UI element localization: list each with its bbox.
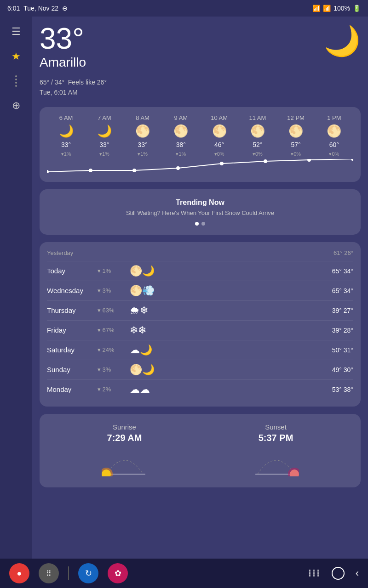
- sidebar-dots: [15, 75, 17, 87]
- hour-temp: 33°: [99, 141, 109, 148]
- hour-temp: 57°: [291, 141, 301, 148]
- forecast-icons: 🌕🌙: [130, 364, 321, 376]
- hour-icon: 🌙: [59, 124, 74, 138]
- hour-icon: 🌕: [327, 124, 341, 138]
- sunset-label: Sunset: [253, 423, 299, 431]
- forecast-day-name: Sunday: [47, 366, 98, 373]
- hour-precip: ▾0%: [214, 151, 224, 157]
- status-right: 📶 📶 100% 🔋: [312, 5, 361, 12]
- status-left: 6:01 Tue, Nov 22 ⊖: [7, 5, 68, 12]
- forecast-row: Today ▾ 1% 🌕🌙 65° 34°: [47, 261, 353, 281]
- sunrise-label: Sunrise: [102, 423, 148, 431]
- current-temperature: 33°: [40, 24, 86, 53]
- hour-precip: ▾1%: [138, 151, 148, 157]
- forecast-temps: 39° 27°: [321, 307, 353, 314]
- forecast-temps: 65° 34°: [321, 287, 353, 294]
- recent-apps-button[interactable]: ⁞⁞⁞: [308, 567, 321, 579]
- forecast-precip: ▾ 3%: [98, 366, 130, 373]
- hour-icon: 🌕: [173, 124, 188, 138]
- hour-precip: ▾1%: [61, 151, 71, 157]
- refresh-app-icon[interactable]: ↻: [78, 563, 98, 583]
- hour-precip: ▾1%: [176, 151, 186, 157]
- record-app-icon[interactable]: ●: [9, 563, 29, 583]
- forecast-rows: Today ▾ 1% 🌕🌙 65° 34° Wednesday ▾ 3% 🌕💨 …: [47, 261, 353, 399]
- hour-col: 9 AM 🌕 38° ▾1%: [162, 114, 200, 157]
- carousel-dots: [49, 222, 351, 226]
- hour-temp: 46°: [214, 141, 224, 148]
- menu-icon[interactable]: ☰: [12, 26, 21, 38]
- forecast-row: Wednesday ▾ 3% 🌕💨 65° 34°: [47, 281, 353, 300]
- forecast-day-name: Monday: [47, 385, 98, 393]
- forecast-row: Friday ▾ 67% ❄❄ 39° 28°: [47, 320, 353, 340]
- trending-subtitle: Still Waiting? Here's When Your First Sn…: [49, 209, 351, 216]
- hour-col: 8 AM 🌕 33° ▾1%: [124, 114, 162, 157]
- hour-label: 11 AM: [249, 114, 266, 121]
- hour-icon: 🌕: [135, 124, 150, 138]
- hour-temp: 33°: [61, 141, 71, 148]
- hour-precip: ▾0%: [291, 151, 301, 157]
- hour-temp: 60°: [329, 141, 339, 148]
- feels-like: Feels like 26°: [68, 79, 107, 86]
- nav-apps: ● ⠿ ↻ ✿: [9, 563, 128, 583]
- forecast-icons: 🌧❄: [130, 305, 321, 317]
- favorites-icon[interactable]: ★: [12, 51, 21, 62]
- flower-app-icon[interactable]: ✿: [108, 563, 128, 583]
- sunrise-graphic: [102, 449, 148, 478]
- status-dnd-icon: ⊖: [62, 5, 68, 12]
- trending-title: Trending Now: [49, 198, 351, 207]
- forecast-icons: ☁☁: [130, 384, 321, 396]
- signal-icon: 📶: [323, 5, 331, 12]
- battery-text: 100%: [334, 5, 350, 12]
- sun-card: Sunrise 7:29 AM Sunset: [40, 414, 361, 487]
- sunrise-info: Sunrise 7:29 AM: [102, 423, 148, 478]
- hour-col: 7 AM 🌙 33° ▾1%: [85, 114, 123, 157]
- forecast-row: Sunday ▾ 3% 🌕🌙 49° 30°: [47, 360, 353, 379]
- forecast-day-name: Thursday: [47, 306, 98, 314]
- forecast-temps: 53° 38°: [321, 386, 353, 393]
- status-bar: 6:01 Tue, Nov 22 ⊖ 📶 📶 100% 🔋: [0, 0, 368, 17]
- forecast-card: Yesterday 61° 26° Today ▾ 1% 🌕🌙 65° 34° …: [40, 242, 361, 407]
- hour-label: 7 AM: [98, 114, 111, 121]
- bottom-nav: ● ⠿ ↻ ✿ ⁞⁞⁞ ‹: [0, 559, 368, 588]
- back-button[interactable]: ‹: [356, 567, 359, 579]
- wifi-icon: 📶: [312, 5, 320, 12]
- forecast-temps: 39° 28°: [321, 327, 353, 334]
- carousel-dot-2: [201, 222, 205, 226]
- hour-label: 6 AM: [59, 114, 73, 121]
- hour-precip: ▾0%: [253, 151, 263, 157]
- hour-col: 11 AM 🌕 52° ▾0%: [238, 114, 276, 157]
- forecast-precip: ▾ 3%: [98, 287, 130, 294]
- yesterday-temps: 61° 26°: [334, 249, 353, 256]
- svg-point-7: [351, 159, 353, 161]
- yesterday-label: Yesterday: [47, 249, 73, 256]
- apps-grid-icon[interactable]: ⠿: [39, 563, 59, 583]
- trend-line: [47, 159, 353, 173]
- forecast-precip: ▾ 67%: [98, 327, 130, 334]
- moon-icon: 🌙: [324, 24, 361, 58]
- hour-label: 10 AM: [211, 114, 228, 121]
- forecast-precip: ▾ 2%: [98, 386, 130, 393]
- hour-label: 9 AM: [174, 114, 188, 121]
- forecast-precip: ▾ 63%: [98, 307, 130, 314]
- hour-icon: 🌙: [97, 124, 112, 138]
- svg-point-1: [89, 169, 92, 172]
- status-time: 6:01: [7, 5, 20, 12]
- weather-details: 65° / 34° Feels like 26° Tue, 6:01 AM: [40, 77, 361, 98]
- forecast-row: Saturday ▾ 24% ☁🌙 50° 31°: [47, 340, 353, 360]
- forecast-day-name: Friday: [47, 326, 98, 334]
- trending-card[interactable]: Trending Now Still Waiting? Here's When …: [40, 189, 361, 235]
- hour-label: 12 PM: [287, 114, 305, 121]
- carousel-dot-1: [195, 222, 199, 226]
- battery-icon: 🔋: [353, 5, 361, 12]
- nav-controls: ⁞⁞⁞ ‹: [308, 567, 359, 580]
- home-button[interactable]: [332, 567, 345, 580]
- forecast-temps: 49° 30°: [321, 366, 353, 373]
- forecast-precip: ▾ 1%: [98, 267, 130, 274]
- yesterday-row: Yesterday 61° 26°: [47, 249, 353, 256]
- add-location-icon[interactable]: ⊕: [12, 100, 20, 112]
- nav-divider: [68, 566, 69, 580]
- forecast-icons: ❄❄: [130, 324, 321, 336]
- hour-col: 12 PM 🌕 57° ▾0%: [277, 114, 315, 157]
- svg-point-4: [220, 162, 224, 165]
- hour-label: 8 AM: [136, 114, 150, 121]
